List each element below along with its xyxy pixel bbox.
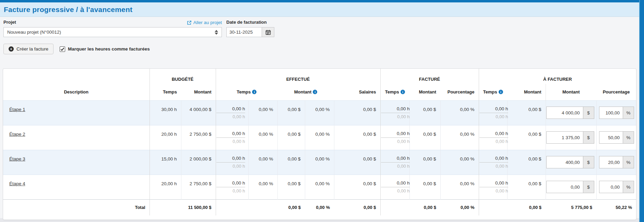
- montant-a-facturer-input[interactable]: [546, 156, 583, 168]
- info-icon[interactable]: i: [499, 90, 503, 94]
- total-budget-montant: 11 500,00 $: [181, 199, 216, 215]
- billing-date-label: Date de facturation: [226, 20, 274, 25]
- facture-temps-editable[interactable]: 0,00 h: [381, 106, 410, 113]
- effectue-montant-cell: 0,00 $: [277, 150, 305, 175]
- effectue-temps-ghost: 0,00 h: [216, 163, 245, 169]
- effectue-montant-pct-cell: 0,00 %: [305, 125, 334, 150]
- facture-temps-editable[interactable]: 0,00 h: [381, 180, 410, 187]
- effectue-temps-editable[interactable]: 0,00 h: [216, 156, 245, 163]
- mark-hours-checkbox[interactable]: [60, 46, 65, 52]
- mark-hours-option[interactable]: Marquer les heures comme facturées: [60, 46, 150, 52]
- total-effectue-montant: 0,00 $: [277, 199, 305, 215]
- percent-addon: %: [623, 181, 634, 193]
- main-content: Projet Aller au projet Nouveau projet (N…: [0, 17, 639, 220]
- salaires-cell: 0,00 $: [334, 100, 380, 125]
- salaires-cell: 0,00 $: [334, 175, 380, 199]
- budget-temps-cell: 20,00 h: [150, 125, 181, 150]
- facture-pourcentage-cell: 0,00 %: [440, 100, 479, 125]
- col-header-budg-temps: Temps: [150, 84, 181, 100]
- a-facturer-temps-editable[interactable]: 0,00 h: [479, 131, 508, 138]
- info-icon[interactable]: i: [401, 90, 405, 94]
- effectue-temps-ghost: 0,00 h: [216, 138, 245, 144]
- pourcentage-a-facturer-field: %: [599, 107, 634, 119]
- window-right-border: [639, 0, 644, 222]
- pourcentage-a-facturer-input[interactable]: [599, 131, 623, 144]
- total-facture-montant: 0,00 $: [409, 199, 440, 215]
- col-header-eff-temps: Tempsi: [216, 84, 277, 100]
- total-label: Total: [3, 199, 150, 215]
- budget-temps-cell: 30,00 h: [150, 100, 181, 125]
- col-header-fact-montant: Montant: [409, 84, 440, 100]
- window-top-border: [0, 0, 644, 2]
- facture-temps-editable[interactable]: 0,00 h: [381, 131, 410, 138]
- etape-link[interactable]: Étape 3: [9, 156, 25, 162]
- pourcentage-a-facturer-input[interactable]: [599, 156, 623, 168]
- a-facturer-temps-ghost: 0,00 h: [479, 163, 508, 169]
- group-header-a-facturer: À FACTURER: [479, 69, 636, 84]
- group-header-row: BUDGÉTÉ EFFECTUÉ FACTURÉ À FACTURER: [3, 69, 636, 84]
- a-facturer-temps-cell: 0,00 h 0,00 h: [479, 150, 507, 175]
- facture-montant-cell: 0,00 $: [409, 125, 440, 150]
- facture-pourcentage-cell: 0,00 %: [440, 150, 479, 175]
- invoice-form: Projet Aller au projet Nouveau projet (N…: [3, 20, 639, 37]
- a-facturer-montant-cell: 0,00 $: [507, 175, 546, 199]
- montant-a-facturer-input[interactable]: [546, 131, 583, 144]
- facture-montant-cell: 0,00 $: [409, 175, 440, 199]
- go-to-project-link[interactable]: Aller au projet: [187, 20, 222, 25]
- a-facturer-temps-cell: 0,00 h 0,00 h: [479, 125, 507, 150]
- percent-addon: %: [623, 131, 634, 144]
- currency-addon: $: [583, 156, 594, 168]
- a-facturer-temps-editable[interactable]: 0,00 h: [479, 180, 508, 187]
- plus-circle-icon: +: [9, 46, 14, 52]
- budget-montant-cell: 2 000,00 $: [181, 150, 216, 175]
- effectue-temps-pct-cell: 0,00 %: [248, 100, 277, 125]
- info-icon[interactable]: i: [252, 90, 257, 94]
- table-row: Étape 4 20,00 h 2 750,00 $ 0,00 h 0,00 h…: [3, 175, 636, 199]
- facture-pourcentage-cell: 0,00 %: [440, 125, 479, 150]
- montant-a-facturer-field: $: [546, 107, 594, 119]
- pourcentage-a-facturer-input[interactable]: [599, 107, 623, 119]
- pourcentage-a-facturer-field: %: [599, 156, 634, 168]
- invoice-table-card: BUDGÉTÉ EFFECTUÉ FACTURÉ À FACTURER Desc…: [3, 68, 636, 220]
- facture-temps-ghost: 0,00 h: [381, 138, 410, 144]
- etape-link[interactable]: Étape 2: [9, 132, 25, 137]
- facture-temps-ghost: 0,00 h: [381, 163, 410, 169]
- facture-temps-editable[interactable]: 0,00 h: [381, 156, 410, 163]
- effectue-temps-editable[interactable]: 0,00 h: [216, 106, 245, 113]
- a-facturer-temps-editable[interactable]: 0,00 h: [479, 156, 508, 163]
- col-header-af-montant: Montant: [507, 84, 546, 100]
- select-arrows-icon: [215, 30, 218, 35]
- effectue-temps-editable[interactable]: 0,00 h: [216, 131, 245, 138]
- effectue-temps-editable[interactable]: 0,00 h: [216, 180, 245, 187]
- facture-pourcentage-cell: 0,00 %: [440, 175, 479, 199]
- montant-a-facturer-input[interactable]: [546, 107, 583, 119]
- col-header-af-pourcentage: Pourcentage: [596, 84, 636, 100]
- facture-temps-ghost: 0,00 h: [381, 113, 410, 119]
- total-facture-pourcentage: 0,00 %: [440, 199, 479, 215]
- pourcentage-a-facturer-field: %: [599, 181, 634, 193]
- facture-montant-cell: 0,00 $: [409, 150, 440, 175]
- a-facturer-temps-ghost: 0,00 h: [479, 138, 508, 144]
- page-title: Facture progressive / à l'avancement: [4, 5, 132, 14]
- project-select[interactable]: Nouveau projet (N°00012): [3, 27, 222, 37]
- montant-a-facturer-input[interactable]: [546, 181, 583, 193]
- etape-link[interactable]: Étape 1: [9, 107, 25, 112]
- pourcentage-a-facturer-input[interactable]: [599, 181, 623, 193]
- effectue-montant-cell: 0,00 $: [277, 125, 305, 150]
- billing-date-input[interactable]: [226, 27, 262, 37]
- currency-addon: $: [583, 181, 594, 193]
- info-icon[interactable]: i: [313, 90, 317, 94]
- create-invoice-button[interactable]: + Créer la facture: [3, 44, 53, 54]
- facture-temps-cell: 0,00 h 0,00 h: [380, 125, 409, 150]
- facture-montant-cell: 0,00 $: [409, 100, 440, 125]
- a-facturer-temps-editable[interactable]: 0,00 h: [479, 106, 508, 113]
- a-facturer-montant-cell: 0,00 $: [507, 100, 546, 125]
- total-a-facturer-montant: 0,00 $: [507, 199, 546, 215]
- a-facturer-temps-ghost: 0,00 h: [479, 187, 508, 193]
- effectue-montant-pct-cell: 0,00 %: [305, 150, 334, 175]
- calendar-button[interactable]: [262, 27, 274, 37]
- percent-addon: %: [623, 107, 634, 119]
- facture-temps-cell: 0,00 h 0,00 h: [380, 175, 409, 199]
- effectue-temps-ghost: 0,00 h: [216, 187, 245, 193]
- etape-link[interactable]: Étape 4: [9, 181, 25, 186]
